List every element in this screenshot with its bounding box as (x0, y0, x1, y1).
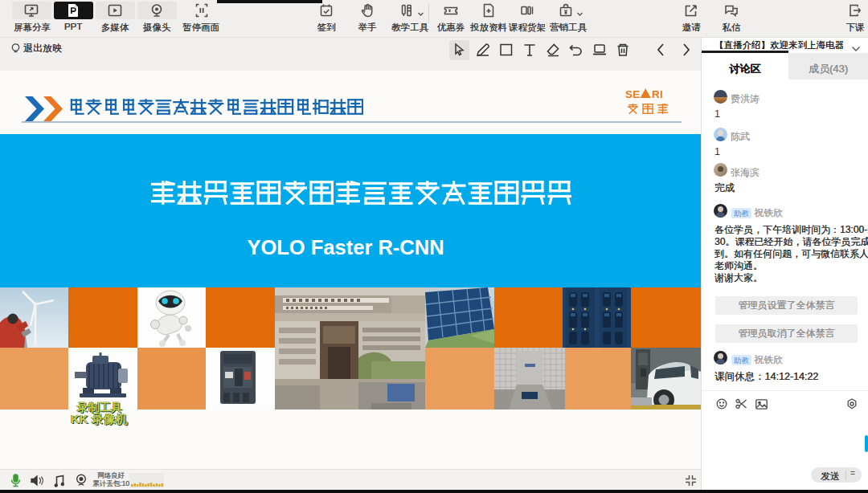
svg-text:RI: RI (652, 88, 663, 100)
svg-text:SE: SE (625, 88, 641, 100)
